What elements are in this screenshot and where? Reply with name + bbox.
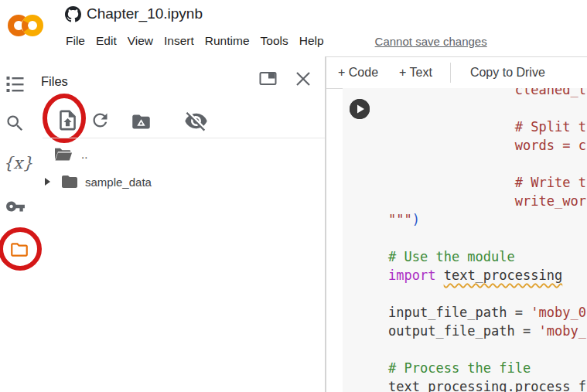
tree-row-parent-dir[interactable]: ..	[53, 146, 87, 162]
copy-to-drive-button[interactable]: Copy to Drive	[470, 66, 545, 80]
code-line	[388, 340, 586, 359]
close-icon[interactable]	[294, 70, 312, 88]
refresh-icon[interactable]	[90, 110, 111, 131]
code-line: input_file_path = 'moby_0	[388, 303, 586, 322]
colab-logo[interactable]	[7, 9, 44, 42]
files-tab-icon[interactable]	[9, 240, 30, 260]
notebook-toolbar: + Code + Text Copy to Drive	[326, 56, 587, 89]
run-cell-button[interactable]	[350, 99, 370, 119]
code-line: cleaned_t	[388, 88, 586, 99]
code-line: text_processing.process_f	[388, 377, 586, 392]
search-icon[interactable]	[5, 113, 26, 134]
code-line: # Use the module	[388, 247, 586, 266]
colab-window: Chapter_10.ipynb File Edit View Insert R…	[0, 0, 587, 392]
mount-drive-icon[interactable]	[129, 111, 153, 132]
menu-bar: File Edit View Insert Runtime Tools Help…	[66, 34, 487, 48]
save-status-link[interactable]: Cannot save changes	[375, 35, 487, 48]
add-code-button[interactable]: + Code	[338, 66, 378, 80]
menu-edit[interactable]: Edit	[96, 34, 117, 48]
toggle-hidden-files-icon[interactable]	[184, 109, 208, 133]
tree-label-parent-dir: ..	[81, 148, 87, 161]
add-text-button[interactable]: + Text	[399, 66, 432, 80]
code-line: output_file_path = 'moby_	[388, 322, 586, 340]
notebook-title[interactable]: Chapter_10.ipynb	[87, 5, 203, 22]
variables-icon[interactable]: {x}	[3, 154, 33, 172]
play-icon	[350, 99, 370, 119]
code-cell: cleaned_t # Split t words = c # Write t …	[343, 88, 587, 392]
tree-label-sample-data: sample_data	[85, 176, 152, 189]
code-line: # Split t	[388, 118, 586, 136]
folder-icon	[60, 173, 80, 190]
code-line: """)	[388, 210, 586, 229]
code-line: # Process the file	[388, 359, 586, 377]
open-in-tab-icon[interactable]	[258, 70, 278, 88]
menu-help[interactable]: Help	[299, 34, 324, 48]
menu-view[interactable]: View	[128, 34, 153, 48]
upload-file-icon[interactable]	[56, 107, 80, 133]
menu-tools[interactable]: Tools	[261, 34, 288, 48]
code-line: import text_processing	[388, 266, 586, 285]
menu-insert[interactable]: Insert	[164, 34, 194, 48]
code-line	[388, 99, 586, 118]
panel-divider-vertical[interactable]	[325, 56, 326, 392]
folder-open-icon	[53, 146, 73, 162]
secrets-key-icon[interactable]	[4, 196, 27, 216]
files-panel-title: Files	[41, 74, 68, 89]
code-line: words = c	[388, 136, 586, 155]
code-line	[388, 285, 586, 303]
tree-row-sample-data[interactable]: sample_data	[44, 173, 152, 190]
toolbar-separator	[450, 63, 451, 83]
files-panel-divider	[43, 138, 325, 138]
expand-arrow-icon[interactable]	[44, 177, 51, 186]
menu-file[interactable]: File	[66, 34, 85, 48]
code-line: # Write t	[388, 173, 586, 192]
code-line	[388, 155, 586, 173]
menu-runtime[interactable]: Runtime	[205, 34, 250, 48]
table-of-contents-icon[interactable]	[5, 76, 25, 93]
code-editor[interactable]: cleaned_t # Split t words = c # Write t …	[388, 88, 586, 392]
code-line	[388, 229, 586, 247]
github-icon	[65, 6, 81, 22]
code-line: write_wor	[388, 192, 586, 210]
